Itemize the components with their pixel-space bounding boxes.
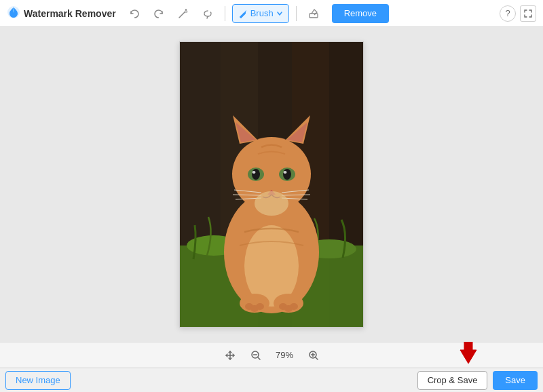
eraser-button[interactable] bbox=[303, 4, 324, 23]
svg-line-48 bbox=[316, 357, 318, 359]
app-title: Watermark Remover bbox=[24, 8, 116, 19]
svg-point-1 bbox=[185, 9, 187, 10]
svg-point-37 bbox=[256, 303, 264, 310]
svg-point-22 bbox=[252, 171, 256, 174]
bottom-bar: New Image Crop & Save Save bbox=[0, 368, 543, 392]
star-wand-button[interactable] bbox=[173, 4, 193, 23]
lasso-button[interactable] bbox=[198, 4, 218, 23]
undo-button[interactable] bbox=[124, 4, 145, 23]
brush-button[interactable]: Brush bbox=[232, 4, 289, 23]
pan-button[interactable] bbox=[221, 347, 239, 364]
svg-rect-2 bbox=[310, 14, 318, 18]
new-image-button[interactable]: New Image bbox=[5, 371, 71, 390]
zoom-out-button[interactable] bbox=[247, 347, 265, 364]
divider-2 bbox=[296, 6, 297, 21]
svg-point-41 bbox=[255, 191, 288, 216]
save-button[interactable]: Save bbox=[493, 371, 538, 390]
zoom-bar: 79% bbox=[0, 342, 543, 368]
remove-button[interactable]: Remove bbox=[332, 4, 389, 23]
brush-dropdown-icon bbox=[276, 10, 283, 17]
svg-point-25 bbox=[284, 171, 287, 174]
crop-save-button[interactable]: Crop & Save bbox=[417, 371, 488, 390]
app-logo-icon bbox=[7, 5, 20, 22]
toolbar: Watermark Remover Brush bbox=[0, 0, 543, 27]
zoom-level: 79% bbox=[273, 350, 297, 360]
image-container bbox=[179, 41, 364, 328]
zoom-in-button[interactable] bbox=[305, 347, 322, 364]
svg-point-40 bbox=[290, 303, 298, 310]
svg-marker-49 bbox=[460, 342, 476, 364]
app-logo-area: Watermark Remover bbox=[7, 5, 116, 22]
svg-point-21 bbox=[252, 169, 260, 180]
expand-button[interactable] bbox=[520, 5, 536, 22]
svg-line-44 bbox=[258, 357, 260, 359]
divider-1 bbox=[225, 6, 225, 21]
canvas-area[interactable] bbox=[0, 27, 543, 342]
redo-button[interactable] bbox=[149, 4, 169, 23]
help-button[interactable]: ? bbox=[500, 5, 516, 22]
cat-image bbox=[180, 42, 363, 327]
arrow-indicator bbox=[455, 342, 482, 364]
brush-label: Brush bbox=[250, 8, 274, 18]
svg-point-24 bbox=[283, 169, 291, 180]
